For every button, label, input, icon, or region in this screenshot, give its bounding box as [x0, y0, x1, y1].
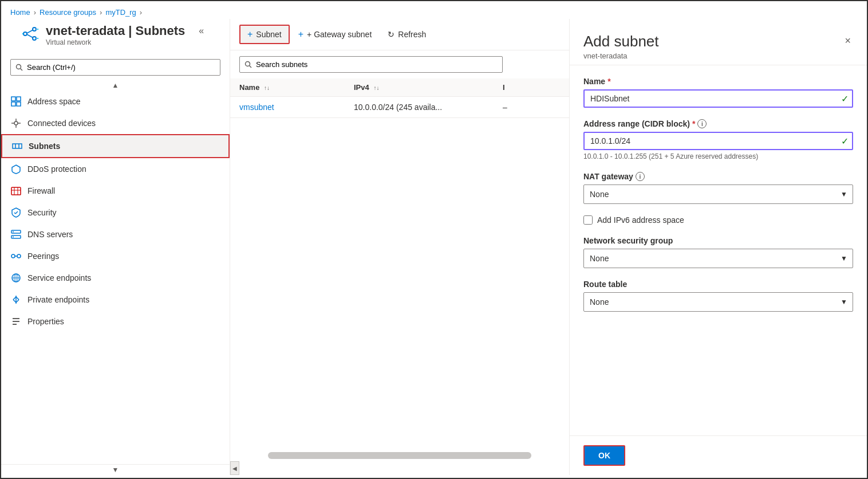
- address-range-form-group: Address range (CIDR block) * i ✓ 10.0.1.…: [583, 119, 853, 160]
- nat-gateway-select[interactable]: None: [583, 184, 853, 204]
- sidebar-label-properties: Properties: [27, 317, 64, 326]
- sidebar-label-firewall: Firewall: [27, 186, 55, 195]
- connected-devices-icon: [10, 117, 22, 129]
- svg-point-29: [13, 237, 14, 238]
- add-subnet-icon: +: [247, 29, 252, 40]
- sidebar-label-security: Security: [27, 208, 57, 217]
- svg-line-24: [14, 213, 15, 214]
- resource-subtitle: Virtual network: [46, 38, 185, 46]
- nat-gateway-form-group: NAT gateway i None ▼: [583, 172, 853, 204]
- sidebar-nav: Address space Connected devices Subnets …: [1, 91, 230, 464]
- sidebar-label-ddos-protection: DDoS protection: [27, 164, 86, 174]
- svg-rect-10: [11, 102, 15, 106]
- sidebar-item-private-endpoints[interactable]: Private endpoints: [1, 289, 230, 311]
- add-subnet-button[interactable]: + Subnet: [239, 25, 290, 44]
- svg-point-28: [13, 231, 14, 233]
- ipv4-sort-icon[interactable]: ↑↓: [373, 85, 379, 91]
- toolbar: + Subnet + + Gateway subnet ↻ Refresh: [230, 19, 569, 50]
- address-range-hint: 10.0.1.0 - 10.0.1.255 (251 + 5 Azure res…: [583, 152, 853, 160]
- sidebar-label-peerings: Peerings: [27, 252, 59, 261]
- svg-line-25: [15, 211, 18, 214]
- refresh-label: Refresh: [398, 30, 426, 39]
- nat-info-icon[interactable]: i: [636, 172, 645, 181]
- sidebar-label-private-endpoints: Private endpoints: [27, 295, 89, 304]
- sidebar-label-service-endpoints: Service endpoints: [27, 273, 91, 282]
- svg-point-30: [11, 254, 15, 258]
- sidebar-search-input[interactable]: [10, 59, 220, 76]
- subnet-link[interactable]: vmsubnet: [239, 103, 274, 112]
- main-content: + Subnet + + Gateway subnet ↻ Refresh Na…: [230, 19, 569, 475]
- sidebar-item-subnets[interactable]: Subnets: [1, 134, 230, 158]
- add-gateway-subnet-button[interactable]: + + Gateway subnet: [291, 25, 380, 44]
- breadcrumb-rg[interactable]: myTD_rg: [105, 8, 136, 17]
- svg-point-0: [23, 32, 27, 36]
- name-check-icon: ✓: [841, 93, 849, 104]
- peerings-icon: [10, 250, 22, 262]
- sidebar-item-security[interactable]: Security: [1, 202, 230, 223]
- ipv6-checkbox[interactable]: [583, 215, 593, 225]
- nsg-select-wrapper: None ▼: [583, 249, 853, 268]
- sidebar-item-service-endpoints[interactable]: Service endpoints: [1, 267, 230, 289]
- panel-header: Add subnet vnet-teradata ×: [570, 19, 867, 65]
- sidebar-item-peerings[interactable]: Peerings: [1, 245, 230, 267]
- route-table-select[interactable]: None: [583, 292, 853, 312]
- subnet-search-input[interactable]: [239, 56, 503, 73]
- subnets-icon: [11, 140, 23, 152]
- page-title: vnet-teradata | Subnets: [46, 23, 185, 38]
- sidebar-label-subnets: Subnets: [29, 142, 60, 151]
- svg-line-4: [27, 34, 33, 38]
- row-subnet-name: vmsubnet: [239, 103, 354, 112]
- name-input-wrapper: ✓: [583, 89, 853, 108]
- ok-button[interactable]: OK: [583, 445, 625, 466]
- nsg-label: Network security group: [583, 236, 853, 245]
- col-ipv6-header: I: [503, 83, 560, 92]
- sidebar-item-ddos-protection[interactable]: DDoS protection: [1, 158, 230, 180]
- row-subnet-ipv4: 10.0.0.0/24 (245 availa...: [354, 103, 503, 112]
- add-gateway-subnet-icon: +: [298, 29, 303, 40]
- nat-gateway-select-wrapper: None ▼: [583, 184, 853, 204]
- address-space-icon: [10, 96, 22, 107]
- subnet-search-area: [230, 50, 569, 78]
- scroll-left-arrow[interactable]: ◀: [230, 461, 239, 475]
- add-gateway-subnet-label: + Gateway subnet: [307, 30, 372, 39]
- sidebar-item-connected-devices[interactable]: Connected devices: [1, 112, 230, 134]
- resource-header: vnet-teradata | Subnets Virtual network: [10, 19, 194, 56]
- sidebar: vnet-teradata | Subnets Virtual network …: [1, 19, 230, 475]
- nsg-select[interactable]: None: [583, 249, 853, 268]
- address-range-label: Address range (CIDR block) * i: [583, 119, 853, 128]
- horizontal-scrollbar[interactable]: [268, 452, 532, 459]
- nsg-form-group: Network security group None ▼: [583, 236, 853, 268]
- sidebar-label-connected-devices: Connected devices: [27, 119, 96, 128]
- ipv6-checkbox-label: Add IPv6 address space: [597, 215, 684, 225]
- panel-close-button[interactable]: ×: [842, 33, 853, 49]
- sidebar-item-firewall[interactable]: Firewall: [1, 180, 230, 202]
- svg-point-31: [17, 254, 21, 258]
- panel-body: Name * ✓ Address range (CIDR block) * i …: [570, 65, 867, 435]
- name-sort-icon[interactable]: ↑↓: [264, 85, 270, 91]
- col-ipv4-header: IPv4 ↑↓: [354, 83, 503, 92]
- name-input[interactable]: [583, 89, 853, 108]
- svg-rect-17: [13, 144, 22, 148]
- address-range-input[interactable]: [583, 132, 853, 150]
- svg-rect-11: [17, 102, 21, 106]
- name-required-star: *: [607, 77, 610, 86]
- svg-point-1: [33, 28, 36, 31]
- address-info-icon[interactable]: i: [697, 119, 707, 128]
- sidebar-item-properties[interactable]: Properties: [1, 311, 230, 332]
- breadcrumb-home[interactable]: Home: [10, 8, 30, 17]
- ipv6-checkbox-row: Add IPv6 address space: [583, 215, 853, 225]
- route-table-form-group: Route table None ▼: [583, 280, 853, 312]
- collapse-sidebar-button[interactable]: «: [196, 23, 206, 38]
- refresh-button[interactable]: ↻ Refresh: [380, 26, 433, 43]
- address-required-star: *: [692, 119, 695, 128]
- svg-point-2: [33, 37, 36, 40]
- properties-icon: [10, 316, 22, 327]
- sidebar-item-dns-servers[interactable]: DNS servers: [1, 223, 230, 245]
- panel-footer: OK: [570, 435, 867, 475]
- sidebar-item-address-space[interactable]: Address space: [1, 91, 230, 112]
- svg-rect-20: [11, 187, 21, 195]
- address-range-input-wrapper: ✓: [583, 132, 853, 150]
- sidebar-label-address-space: Address space: [27, 97, 81, 106]
- breadcrumb-resource-groups[interactable]: Resource groups: [40, 8, 96, 17]
- nat-gateway-label: NAT gateway i: [583, 172, 853, 181]
